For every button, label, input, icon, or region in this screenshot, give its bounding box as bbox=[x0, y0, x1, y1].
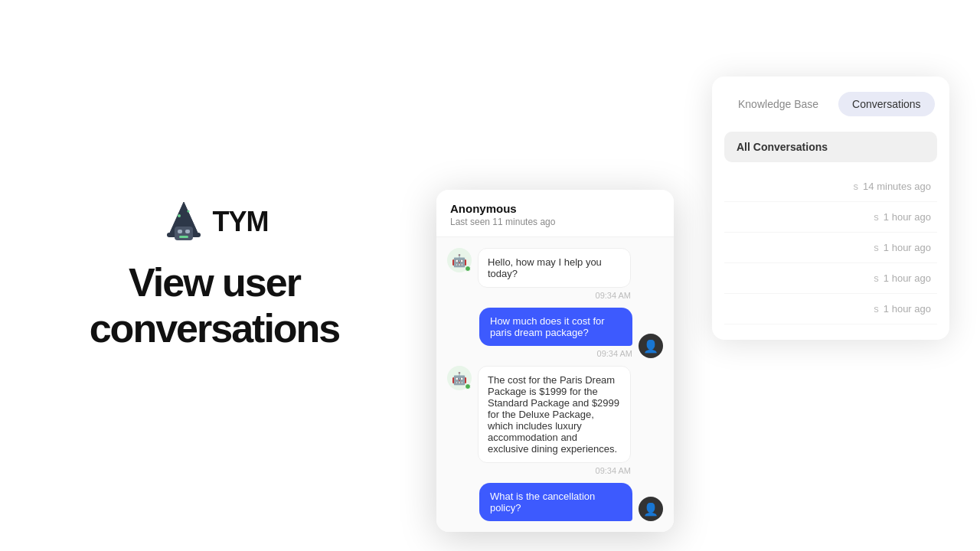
online-indicator bbox=[465, 383, 471, 390]
convo-user-label: s bbox=[854, 181, 859, 192]
chat-user-status: Last seen 11 minutes ago bbox=[450, 217, 660, 227]
svg-point-6 bbox=[178, 214, 181, 217]
svg-rect-5 bbox=[179, 236, 188, 238]
user-avatar: 👤 bbox=[639, 334, 663, 358]
convo-time: 14 minutes ago bbox=[863, 181, 931, 192]
convo-user-label: s bbox=[874, 272, 879, 284]
convo-time: 1 hour ago bbox=[884, 272, 931, 284]
bot-msg-wrapper: The cost for the Paris Dream Package is … bbox=[478, 366, 631, 475]
conversations-panel: Knowledge Base Conversations All Convers… bbox=[712, 77, 949, 340]
bot-message-2: 🤖 The cost for the Paris Dream Package i… bbox=[447, 366, 663, 475]
convo-time: 1 hour ago bbox=[884, 211, 931, 223]
user-bubble: How much does it cost for paris dream pa… bbox=[479, 308, 632, 346]
left-section: TYM View user conversations bbox=[0, 0, 429, 551]
all-conversations-label: All Conversations bbox=[724, 132, 937, 162]
bot-avatar: 🤖 bbox=[447, 366, 472, 390]
convo-user-label: s bbox=[874, 303, 879, 315]
user-msg-wrapper: How much does it cost for paris dream pa… bbox=[479, 308, 632, 358]
user-msg-wrapper: What is the cancellation policy? bbox=[479, 483, 632, 521]
list-item[interactable]: s 1 hour ago bbox=[724, 233, 937, 263]
convo-time: 1 hour ago bbox=[884, 242, 931, 253]
user-bubble: What is the cancellation policy? bbox=[479, 483, 632, 521]
svg-rect-3 bbox=[178, 230, 182, 233]
bot-bubble: The cost for the Paris Dream Package is … bbox=[478, 366, 631, 463]
panel-tabs: Knowledge Base Conversations bbox=[724, 92, 937, 116]
list-item[interactable]: s 1 hour ago bbox=[724, 294, 937, 324]
chat-messages: 🤖 Hello, how may I help you today? 09:34… bbox=[436, 237, 674, 532]
logo-text: TYM bbox=[213, 206, 269, 238]
msg-time: 09:34 AM bbox=[478, 291, 631, 300]
tab-conversations[interactable]: Conversations bbox=[838, 92, 935, 116]
bot-msg-wrapper: Hello, how may I help you today? 09:34 A… bbox=[478, 248, 631, 300]
list-item[interactable]: s 1 hour ago bbox=[724, 263, 937, 294]
logo-area: TYM bbox=[161, 199, 269, 245]
list-item[interactable]: s 14 minutes ago bbox=[724, 171, 937, 202]
logo-icon bbox=[161, 199, 207, 245]
online-indicator bbox=[465, 266, 471, 272]
svg-rect-2 bbox=[175, 227, 193, 240]
bot-bubble: Hello, how may I help you today? bbox=[478, 248, 631, 288]
msg-time: 09:34 AM bbox=[597, 349, 632, 358]
convo-time: 1 hour ago bbox=[884, 303, 931, 315]
convo-user-label: s bbox=[874, 242, 879, 253]
msg-time: 09:34 AM bbox=[478, 466, 631, 475]
svg-point-7 bbox=[187, 210, 189, 213]
bot-message-1: 🤖 Hello, how may I help you today? 09:34… bbox=[447, 248, 663, 300]
tab-knowledge-base[interactable]: Knowledge Base bbox=[724, 92, 832, 116]
user-message-1: How much does it cost for paris dream pa… bbox=[447, 308, 663, 358]
bot-avatar: 🤖 bbox=[447, 248, 472, 272]
list-item[interactable]: s 1 hour ago bbox=[724, 202, 937, 233]
chat-header: Anonymous Last seen 11 minutes ago bbox=[436, 190, 674, 237]
svg-rect-4 bbox=[185, 230, 190, 233]
user-message-2: What is the cancellation policy? 👤 bbox=[447, 483, 663, 521]
chat-window: Anonymous Last seen 11 minutes ago 🤖 Hel… bbox=[436, 190, 674, 532]
chat-user-name: Anonymous bbox=[450, 202, 660, 215]
user-avatar: 👤 bbox=[639, 497, 663, 521]
hero-title: View user conversations bbox=[0, 260, 429, 352]
convo-user-label: s bbox=[874, 211, 879, 223]
